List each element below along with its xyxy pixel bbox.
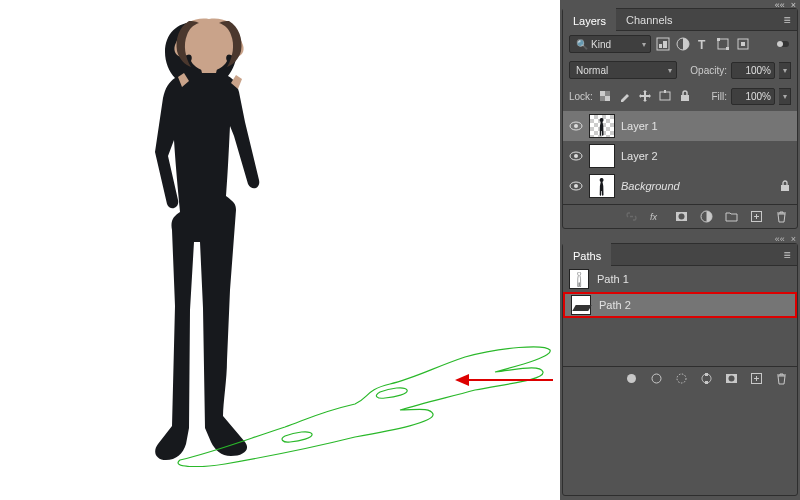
selection-path-icon[interactable] [673,371,689,387]
layer-name: Layer 2 [621,150,658,162]
paths-collapse-bar: «« × [560,233,800,243]
panel-menu-icon[interactable]: ≡ [777,248,797,262]
svg-rect-16 [605,91,610,96]
adjustment-icon[interactable] [698,209,714,225]
path-name: Path 1 [597,273,629,285]
path-item-path2[interactable]: Path 2 [563,292,797,318]
svg-rect-15 [605,96,610,101]
svg-rect-11 [741,42,745,46]
link-icon[interactable] [623,209,639,225]
svg-marker-1 [455,374,469,386]
svg-rect-9 [726,47,729,50]
new-layer-icon[interactable] [748,209,764,225]
path-thumb[interactable] [569,269,589,289]
mask-icon[interactable] [673,209,689,225]
svg-point-24 [574,154,578,158]
fx-icon[interactable]: fx [648,209,664,225]
panels-column: «« × Layers Channels ≡ 🔍 Kind ▾ T Normal [560,0,800,500]
filter-pixel-icon[interactable] [655,36,671,52]
svg-rect-18 [660,92,670,100]
lock-brush-icon[interactable] [617,88,633,104]
fill-caret[interactable]: ▾ [779,88,791,105]
layers-tabs: Layers Channels ≡ [563,9,797,31]
stroke-path-icon[interactable] [648,371,664,387]
layer-item-layer2[interactable]: Layer 2 [563,141,797,171]
svg-point-35 [627,374,636,383]
svg-point-37 [677,374,686,383]
collapse-icon[interactable]: «« [775,234,785,243]
svg-text:fx: fx [650,212,658,222]
tab-paths[interactable]: Paths [563,243,611,267]
svg-rect-20 [681,95,689,101]
lock-label: Lock: [569,91,593,102]
trash-icon[interactable] [773,371,789,387]
svg-point-30 [678,214,684,220]
lock-move-icon[interactable] [637,88,653,104]
svg-point-41 [728,376,734,382]
fill-path-icon[interactable] [623,371,639,387]
filter-smart-icon[interactable] [735,36,751,52]
svg-rect-4 [663,41,667,48]
group-icon[interactable] [723,209,739,225]
filter-adjust-icon[interactable] [675,36,691,52]
visibility-icon[interactable] [569,119,583,133]
layer-item-layer1[interactable]: Layer 1 [563,111,797,141]
path-thumb[interactable] [571,295,591,315]
paths-list: Path 1 Path 2 [563,266,797,366]
trash-icon[interactable] [773,209,789,225]
svg-point-26 [574,184,578,188]
mask-path-icon[interactable] [723,371,739,387]
paths-tabs: Paths ≡ [563,244,797,266]
paths-footer [563,366,797,390]
layer-item-background[interactable]: Background [563,171,797,201]
filter-shape-icon[interactable] [715,36,731,52]
opacity-caret[interactable]: ▾ [779,62,791,79]
svg-rect-3 [659,44,662,48]
close-icon[interactable]: × [791,234,796,243]
path-name: Path 2 [599,299,631,311]
new-path-icon[interactable] [748,371,764,387]
svg-point-22 [574,124,578,128]
layer-thumb[interactable] [589,174,615,198]
canvas[interactable] [0,0,560,500]
layer-thumb[interactable] [589,114,615,138]
filter-toggle-icon[interactable] [775,36,791,52]
lock-artboard-icon[interactable] [657,88,673,104]
path-item-path1[interactable]: Path 1 [563,266,797,292]
filter-type-icon[interactable]: T [695,36,711,52]
svg-rect-14 [600,91,605,96]
tab-channels[interactable]: Channels [616,9,682,31]
annotation-arrow [455,371,555,389]
path-from-selection-icon[interactable] [698,371,714,387]
layer-thumb[interactable] [589,144,615,168]
svg-rect-17 [600,96,605,101]
svg-rect-38 [705,373,708,376]
tab-layers[interactable]: Layers [563,8,616,32]
fill-label: Fill: [711,91,727,102]
visibility-icon[interactable] [569,179,583,193]
layer-list: Layer 1 Layer 2 Background [563,109,797,204]
panel-menu-icon[interactable]: ≡ [777,13,797,27]
shadow-path-outline [155,342,555,467]
blend-opacity-row: Normal▾ Opacity: 100% ▾ [563,57,797,83]
lock-transparent-icon[interactable] [597,88,613,104]
filter-kind-select[interactable]: 🔍 Kind ▾ [569,35,651,53]
svg-rect-39 [705,381,708,384]
visibility-icon[interactable] [569,149,583,163]
lock-fill-row: Lock: Fill: 100% ▾ [563,83,797,109]
layers-panel: Layers Channels ≡ 🔍 Kind ▾ T Normal▾ Opa… [562,8,798,229]
lock-icon [779,180,791,192]
paths-panel: Paths ≡ Path 1 Path 2 [562,243,798,496]
svg-rect-27 [781,185,789,191]
opacity-value[interactable]: 100% [731,62,775,79]
svg-rect-8 [717,38,720,41]
layer-name: Background [621,180,680,192]
blend-mode-select[interactable]: Normal▾ [569,61,677,79]
svg-point-13 [777,41,783,47]
lock-all-icon[interactable] [677,88,693,104]
svg-text:T: T [698,38,706,51]
fill-value[interactable]: 100% [731,88,775,105]
svg-point-36 [652,374,661,383]
svg-rect-19 [664,90,666,93]
layer-name: Layer 1 [621,120,658,132]
